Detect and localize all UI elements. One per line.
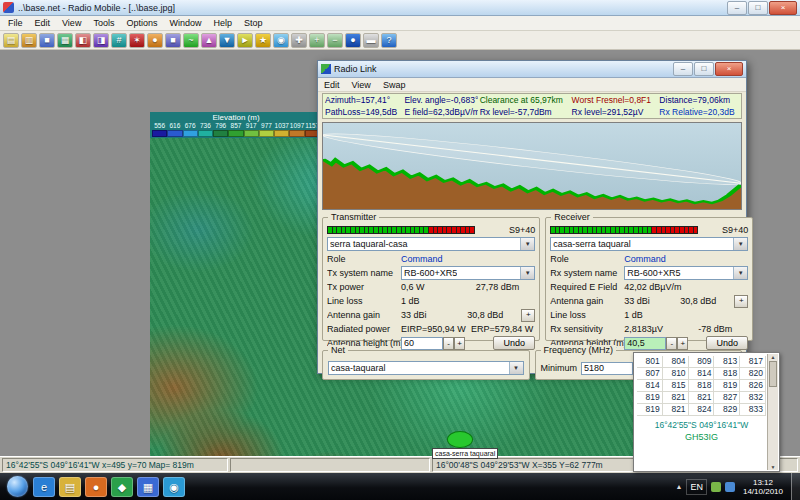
grid-cell[interactable]: 819 — [637, 404, 663, 416]
menu-options[interactable]: Options — [120, 17, 163, 29]
zoom-in-icon[interactable]: + — [309, 33, 325, 48]
grid-cell[interactable]: 813 — [714, 356, 740, 368]
scroll-up-icon[interactable]: ▲ — [771, 354, 776, 360]
single-polar-coverage-icon[interactable]: ▲ — [201, 33, 217, 48]
grid-cell[interactable]: 818 — [689, 380, 715, 392]
grid-cell[interactable]: 809 — [689, 356, 715, 368]
menu-window[interactable]: Window — [163, 17, 207, 29]
tx-undo-button[interactable]: Undo — [493, 336, 535, 350]
show-desktop-button[interactable] — [791, 473, 800, 500]
tx-antenna-pattern-button[interactable]: + — [521, 309, 535, 322]
grid-cell[interactable]: 817 — [740, 356, 766, 368]
dropdown-arrow-icon[interactable]: ▼ — [520, 238, 534, 250]
best-sites-icon[interactable]: ★ — [255, 33, 271, 48]
app-green-icon[interactable]: ◆ — [111, 477, 133, 497]
start-button[interactable] — [7, 476, 28, 497]
grid-cell[interactable]: 829 — [714, 404, 740, 416]
combined-cartesian-coverage-icon[interactable]: ▼ — [219, 33, 235, 48]
dialog-maximize-button[interactable]: □ — [694, 62, 714, 76]
menu-tools[interactable]: Tools — [87, 17, 120, 29]
dropdown-arrow-icon[interactable]: ▼ — [733, 267, 747, 279]
globe-icon[interactable]: ● — [345, 33, 361, 48]
system-properties-icon[interactable]: ■ — [165, 33, 181, 48]
tray-expand-icon[interactable]: ▲ — [676, 483, 683, 490]
dropdown-arrow-icon[interactable]: ▼ — [509, 362, 523, 374]
tx-height-decrease-button[interactable]: - — [443, 337, 454, 350]
help-icon[interactable]: ? — [381, 33, 397, 48]
grid-cell[interactable]: 814 — [689, 368, 715, 380]
tx-antenna-height-input[interactable]: 60 — [401, 337, 443, 350]
zoom-out-icon[interactable]: − — [327, 33, 343, 48]
picture-properties-icon[interactable]: ◧ — [75, 33, 91, 48]
tray-status-icon[interactable] — [711, 482, 721, 492]
dialog-minimize-button[interactable]: – — [673, 62, 693, 76]
main-titlebar[interactable]: ..\base.net - Radio Mobile - [..\base.jp… — [0, 0, 800, 16]
tray-network-icon[interactable] — [725, 482, 735, 492]
rx-site-select[interactable]: casa-serra taquaral ▼ — [550, 237, 748, 251]
menu-edit[interactable]: Edit — [29, 17, 57, 29]
frequency-min-input[interactable]: 5180 — [581, 362, 633, 375]
tx-site-select[interactable]: serra taquaral-casa ▼ — [327, 237, 535, 251]
route-coverage-icon[interactable]: ► — [237, 33, 253, 48]
visual-coverage-icon[interactable]: ◉ — [273, 33, 289, 48]
language-indicator[interactable]: EN — [686, 479, 707, 495]
explorer-folder-icon[interactable]: ▤ — [59, 477, 81, 497]
antenna-pattern-icon[interactable]: ✚ — [291, 33, 307, 48]
unit-properties-icon[interactable]: ● — [147, 33, 163, 48]
grid-scrollbar[interactable]: ▲ ▼ — [767, 354, 778, 470]
grid-cell[interactable]: 824 — [689, 404, 715, 416]
grid-cell[interactable]: 827 — [714, 392, 740, 404]
site-marker[interactable] — [447, 431, 473, 448]
net-select[interactable]: casa-taquaral ▼ — [328, 361, 524, 375]
elevation-grid-icon[interactable]: # — [111, 33, 127, 48]
maximize-button[interactable]: □ — [748, 1, 768, 15]
grid-cell[interactable]: 810 — [663, 368, 689, 380]
rx-antenna-pattern-button[interactable]: + — [734, 295, 748, 308]
rx-height-increase-button[interactable]: + — [677, 337, 688, 350]
rx-height-decrease-button[interactable]: - — [666, 337, 677, 350]
radio-mobile-taskbar-icon[interactable]: ▦ — [137, 477, 159, 497]
grid-cell[interactable]: 821 — [663, 404, 689, 416]
radio-link-menu-swap[interactable]: Swap — [377, 79, 412, 91]
menu-stop[interactable]: Stop — [238, 17, 269, 29]
radio-link-menu-view[interactable]: View — [346, 79, 377, 91]
map-properties-icon[interactable]: ▦ — [57, 33, 73, 48]
grid-cell[interactable]: 821 — [663, 392, 689, 404]
grid-cell[interactable]: 819 — [714, 380, 740, 392]
taskbar-clock[interactable]: 13:12 14/10/2010 — [739, 478, 787, 496]
google-earth-icon[interactable]: ◉ — [163, 477, 185, 497]
minimize-button[interactable]: – — [727, 1, 747, 15]
internet-explorer-icon[interactable]: e — [33, 477, 55, 497]
grid-cell[interactable]: 832 — [740, 392, 766, 404]
dialog-close-button[interactable]: × — [715, 62, 743, 76]
scroll-down-icon[interactable]: ▼ — [771, 464, 776, 470]
scroll-thumb[interactable] — [769, 361, 777, 387]
radio-link-titlebar[interactable]: Radio Link – □ × — [318, 61, 746, 78]
network-properties-icon[interactable]: ✶ — [129, 33, 145, 48]
grid-cell[interactable]: 819 — [637, 392, 663, 404]
grid-cell[interactable]: 804 — [663, 356, 689, 368]
grid-cell[interactable]: 821 — [689, 392, 715, 404]
rx-system-select[interactable]: RB-600+XR5 ▼ — [624, 266, 748, 280]
new-picture-icon[interactable]: ▤ — [3, 33, 19, 48]
grid-cell[interactable]: 807 — [637, 368, 663, 380]
menu-file[interactable]: File — [2, 17, 29, 29]
media-player-icon[interactable]: ● — [85, 477, 107, 497]
merge-pictures-icon[interactable]: ◨ — [93, 33, 109, 48]
menu-view[interactable]: View — [56, 17, 87, 29]
radio-link-icon[interactable]: ~ — [183, 33, 199, 48]
print-icon[interactable]: ▬ — [363, 33, 379, 48]
dropdown-arrow-icon[interactable]: ▼ — [733, 238, 747, 250]
tx-height-increase-button[interactable]: + — [454, 337, 465, 350]
grid-cell[interactable]: 814 — [637, 380, 663, 392]
dropdown-arrow-icon[interactable]: ▼ — [520, 267, 534, 279]
grid-cell[interactable]: 820 — [740, 368, 766, 380]
open-file-icon[interactable]: ▥ — [21, 33, 37, 48]
rx-undo-button[interactable]: Undo — [706, 336, 748, 350]
menu-help[interactable]: Help — [207, 17, 238, 29]
grid-cell[interactable]: 818 — [714, 368, 740, 380]
close-button[interactable]: × — [769, 1, 797, 15]
grid-cell[interactable]: 826 — [740, 380, 766, 392]
path-profile-chart[interactable] — [322, 122, 742, 210]
rx-antenna-height-input[interactable]: 40,5 — [624, 337, 666, 350]
